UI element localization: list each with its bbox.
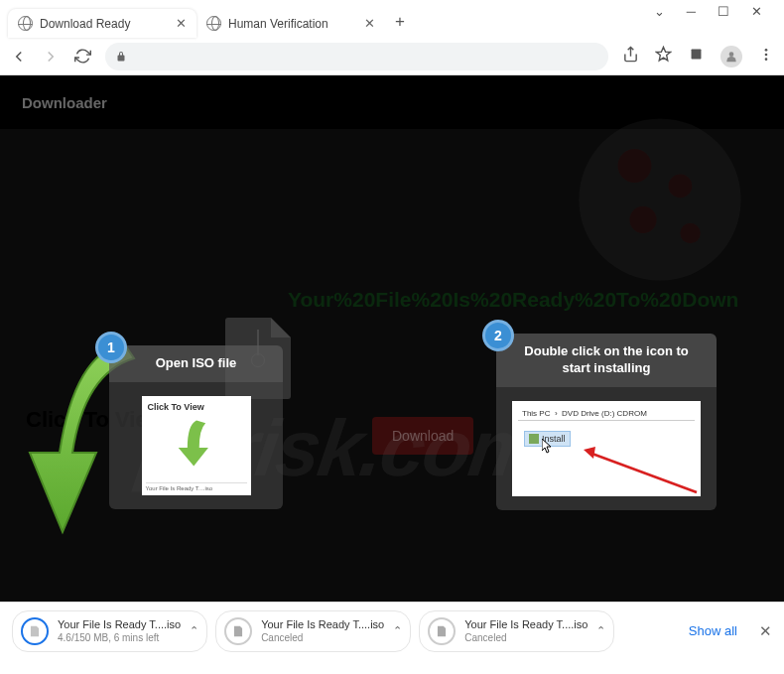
svg-point-4 xyxy=(765,58,768,61)
close-icon[interactable]: ✕ xyxy=(364,16,375,31)
back-button[interactable] xyxy=(10,48,28,66)
chevron-up-icon[interactable]: ⌃ xyxy=(190,624,198,637)
globe-icon xyxy=(18,16,33,31)
svg-point-9 xyxy=(680,223,700,243)
browser-toolbar xyxy=(0,38,784,75)
window-controls: ⌄ ─ ☐ ✕ xyxy=(654,0,776,19)
close-shelf-icon[interactable]: ✕ xyxy=(759,622,772,640)
chevron-up-icon[interactable]: ⌃ xyxy=(596,624,605,637)
tab-human-verification[interactable]: Human Verification ✕ xyxy=(196,9,385,38)
watermark-logo-icon xyxy=(576,115,744,288)
svg-point-5 xyxy=(579,118,740,280)
step-screenshot: This PC › DVD Drive (D:) CDROM Install xyxy=(512,401,701,496)
address-bar[interactable] xyxy=(105,43,608,70)
svg-point-2 xyxy=(765,49,768,52)
menu-icon[interactable] xyxy=(758,47,774,67)
chevron-up-icon[interactable]: ⌃ xyxy=(393,624,402,637)
svg-point-7 xyxy=(669,175,693,199)
chevron-down-icon[interactable]: ⌄ xyxy=(654,4,665,19)
browser-tabstrip: Download Ready ✕ Human Verification ✕ + … xyxy=(0,0,784,38)
step-title: Open ISO file xyxy=(109,345,283,382)
download-status: Canceled xyxy=(261,631,384,644)
svg-rect-0 xyxy=(692,50,702,60)
svg-rect-10 xyxy=(529,434,539,444)
bookmark-icon[interactable] xyxy=(655,46,672,67)
download-file-icon xyxy=(224,617,252,645)
close-icon[interactable]: ✕ xyxy=(176,16,187,31)
tab-title: Human Verification xyxy=(228,17,328,31)
new-tab-button[interactable]: + xyxy=(385,6,415,38)
svg-point-1 xyxy=(729,52,734,57)
show-all-link[interactable]: Show all xyxy=(689,623,737,638)
tab-download-ready[interactable]: Download Ready ✕ xyxy=(8,9,196,38)
forward-button[interactable] xyxy=(42,48,60,66)
download-filename: Your File Is Ready T....iso xyxy=(261,617,384,631)
step-badge: 2 xyxy=(482,320,514,351)
download-status: 4.6/150 MB, 6 mins left xyxy=(58,631,181,644)
svg-point-6 xyxy=(618,149,652,183)
extensions-icon[interactable] xyxy=(688,46,705,67)
step-card-2: 2 Double click on the icon to start inst… xyxy=(496,334,717,510)
reload-button[interactable] xyxy=(73,48,91,66)
step-badge: 1 xyxy=(95,332,127,363)
profile-avatar-icon[interactable] xyxy=(720,46,742,67)
svg-point-8 xyxy=(629,206,656,233)
minimize-icon[interactable]: ─ xyxy=(687,4,696,19)
step-card-1: 1 Open ISO file Click To View Your File … xyxy=(109,345,283,509)
download-item[interactable]: Your File Is Ready T....iso Canceled ⌃ xyxy=(215,610,411,652)
download-item[interactable]: Your File Is Ready T....iso 4.6/150 MB, … xyxy=(12,610,207,652)
globe-icon xyxy=(206,16,221,31)
download-filename: Your File Is Ready T....iso xyxy=(464,617,588,631)
step-screenshot: Click To View Your File Is Ready T....is… xyxy=(142,396,251,495)
svg-marker-12 xyxy=(584,447,595,459)
download-shelf: Your File Is Ready T....iso 4.6/150 MB, … xyxy=(0,602,784,659)
lock-icon xyxy=(115,50,127,64)
maximize-icon[interactable]: ☐ xyxy=(718,4,729,19)
svg-point-3 xyxy=(765,53,768,56)
share-icon[interactable] xyxy=(622,46,639,67)
close-window-icon[interactable]: ✕ xyxy=(751,4,762,19)
tab-title: Download Ready xyxy=(40,17,130,31)
download-filename: Your File Is Ready T....iso xyxy=(58,617,181,631)
step-title: Double click on the icon to start instal… xyxy=(496,334,717,387)
download-file-icon xyxy=(428,617,456,645)
download-progress-icon xyxy=(21,617,49,645)
svg-line-11 xyxy=(589,453,697,492)
download-status: Canceled xyxy=(464,631,588,644)
page-viewport: Downloader Your%20File%20Is%20Ready%20To… xyxy=(0,75,784,602)
download-item[interactable]: Your File Is Ready T....iso Canceled ⌃ xyxy=(419,610,614,652)
